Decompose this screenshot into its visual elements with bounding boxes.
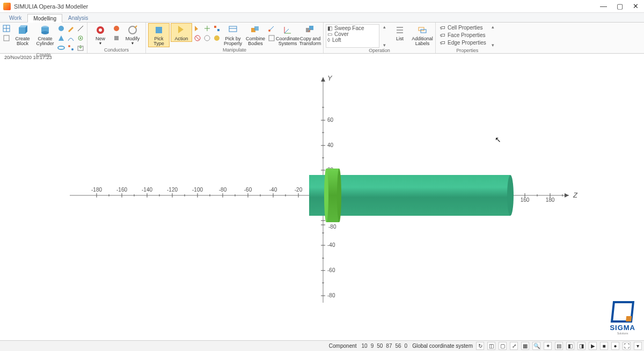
cover-icon: ▭: [327, 31, 332, 37]
coordinate-systems-button[interactable]: Coordinate Systems: [277, 23, 298, 47]
create-cylinder-button[interactable]: Create Cylinder: [34, 23, 56, 47]
status-layers-icon[interactable]: ▤: [555, 342, 563, 350]
conductor-sm1-icon[interactable]: [112, 24, 121, 33]
svg-point-15: [58, 46, 64, 49]
svg-rect-24: [156, 27, 162, 33]
import-icon[interactable]: [76, 43, 85, 52]
svg-point-10: [58, 26, 64, 31]
tab-modelling[interactable]: Modelling: [27, 14, 62, 23]
block-icon: [17, 25, 28, 35]
gear-small-icon[interactable]: [76, 34, 85, 42]
close-button[interactable]: ✕: [633, 3, 639, 10]
manip-ex2-icon[interactable]: [267, 34, 276, 42]
ribbon-group-manipulate: Pick Type Action Pick: [146, 23, 324, 53]
title-bar: SIMULIA Opera-3d Modeller — ▢ ✕: [0, 0, 644, 13]
ribbon-group-create: Create Block Create Cylinder: [0, 23, 87, 53]
status-axis-icon[interactable]: ✦: [544, 342, 552, 350]
svg-text:-60: -60: [327, 267, 335, 273]
svg-rect-31: [229, 26, 237, 32]
svg-rect-22: [114, 36, 119, 40]
create-block-button[interactable]: Create Block: [12, 23, 33, 47]
tag-icon: 🏷: [440, 32, 445, 38]
cone-icon[interactable]: [57, 34, 65, 42]
manip-sm6-icon[interactable]: [213, 34, 221, 42]
svg-rect-41: [309, 26, 313, 30]
cell-properties-button[interactable]: 🏷Cell Properties: [438, 24, 488, 31]
tab-work[interactable]: Work: [3, 13, 27, 22]
pick-type-button[interactable]: Pick Type: [148, 23, 170, 47]
svg-text:-20: -20: [295, 187, 303, 193]
status-view1-icon[interactable]: ◧: [566, 342, 574, 350]
sigma-logo: SIGMA Solutions: [610, 301, 635, 335]
manip-sm2-icon[interactable]: [203, 24, 211, 33]
pen-icon[interactable]: [67, 24, 75, 33]
svg-line-39: [284, 29, 289, 33]
app-icon: [3, 3, 11, 10]
svg-text:-80: -80: [327, 292, 335, 298]
svg-text:160: 160: [521, 197, 530, 203]
svg-rect-25: [214, 26, 216, 28]
svg-text:-60: -60: [244, 187, 252, 193]
edge-properties-button[interactable]: 🏷Edge Properties: [438, 39, 488, 46]
status-dropdown-icon[interactable]: ▾: [634, 342, 642, 350]
properties-scroll[interactable]: ▴▾: [489, 24, 497, 48]
curve-icon[interactable]: [67, 34, 75, 42]
svg-point-21: [114, 26, 119, 31]
status-grid-icon[interactable]: ▦: [521, 342, 529, 350]
svg-text:-40: -40: [269, 187, 277, 193]
cylinder-model[interactable]: [309, 169, 514, 222]
maximize-button[interactable]: ▢: [617, 3, 623, 10]
viewport-3d[interactable]: Z Y -180 -160 -140 -120 -100 -80 -60 -40…: [0, 61, 644, 340]
pick-by-property-button[interactable]: Pick by Property: [222, 23, 244, 47]
status-fit-icon[interactable]: ⤢: [510, 342, 518, 350]
small-grid-icon[interactable]: [2, 34, 11, 42]
modify-conductor-button[interactable]: Modify▼: [122, 23, 143, 46]
torus-icon[interactable]: [57, 43, 65, 52]
grid-icon[interactable]: [2, 24, 11, 33]
svg-point-17: [71, 48, 74, 50]
pick-property-icon: [228, 25, 238, 35]
svg-point-20: [99, 28, 102, 32]
status-view2-icon[interactable]: ◨: [577, 342, 586, 350]
manip-ex1-icon[interactable]: [267, 24, 276, 33]
manip-sm5-icon[interactable]: [203, 34, 211, 42]
window-controls: — ▢ ✕: [600, 3, 641, 10]
status-box-icon[interactable]: ▢: [499, 342, 507, 350]
manip-sm4-icon[interactable]: [193, 34, 202, 42]
tab-analysis[interactable]: Analysis: [62, 13, 94, 22]
svg-point-14: [80, 38, 82, 39]
svg-point-35: [268, 30, 270, 32]
action-icon: [176, 25, 187, 35]
status-play-icon[interactable]: ▶: [589, 342, 597, 350]
new-conductor-button[interactable]: New▼: [90, 23, 111, 46]
additional-labels-button[interactable]: Additional Labels: [412, 23, 433, 47]
status-stop-icon[interactable]: ■: [600, 342, 608, 350]
status-cube-icon[interactable]: ◫: [487, 342, 495, 350]
face-properties-button[interactable]: 🏷Face Properties: [438, 32, 488, 39]
list-button[interactable]: List: [389, 23, 411, 42]
tag-icon: 🏷: [440, 25, 445, 31]
combine-bodies-button[interactable]: Combine Bodies: [245, 23, 266, 47]
status-expand-icon[interactable]: ⛶: [623, 342, 631, 350]
operation-list[interactable]: ◧Sweep Face ▭Cover ◊Loft: [326, 24, 379, 48]
new-conductor-icon: [95, 25, 106, 35]
status-record-icon[interactable]: ●: [611, 342, 619, 350]
operation-scroll[interactable]: ▴▾: [380, 24, 388, 48]
manip-sm3-icon[interactable]: [213, 24, 221, 33]
tag-icon: 🏷: [440, 40, 445, 46]
line-icon[interactable]: [76, 24, 85, 33]
point-icon[interactable]: [67, 43, 75, 52]
ribbon-group-conductors: New▼ Modify▼ Conductors: [87, 23, 146, 53]
svg-line-11: [78, 26, 83, 31]
sweep-icon: ◧: [327, 25, 332, 31]
manip-sm1-icon[interactable]: [193, 24, 202, 33]
status-zoom-icon[interactable]: 🔍: [532, 342, 540, 350]
y-axis-label: Y: [327, 74, 333, 82]
svg-rect-45: [419, 27, 424, 31]
conductor-sm2-icon[interactable]: [112, 34, 121, 42]
sphere-icon[interactable]: [57, 24, 65, 33]
action-button[interactable]: Action: [171, 23, 192, 42]
copy-transform-button[interactable]: Copy and Transform: [299, 23, 321, 47]
status-refresh-icon[interactable]: ↻: [476, 342, 484, 350]
minimize-button[interactable]: —: [600, 3, 607, 10]
